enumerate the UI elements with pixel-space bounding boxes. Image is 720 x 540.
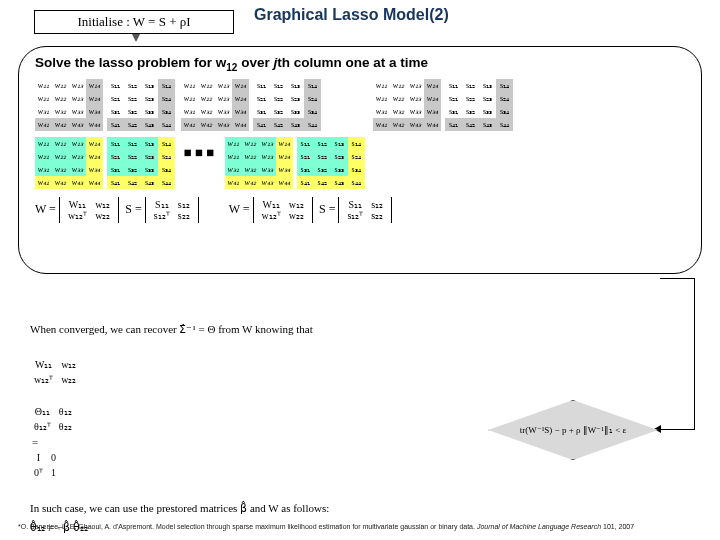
W-mat-1: w₁₁w₁₂w₁₃w₁₄ w₂₁w₂₂w₂₃w₂₄ w₃₁w₃₂w₃₃w₃₄ w…	[35, 79, 103, 131]
S-mat-4: s₁₁s₁₂s₁₃s₁₄ s₂₁s₂₂s₂₃s₂₄ s₃₁s₃₂s₃₃s₃₄ s…	[107, 137, 175, 189]
S-mat-2: s₁₁s₁₂s₁₃s₁₄ s₂₁s₂₂s₂₃s₂₄ s₃₁s₃₂s₃₃s₃₄ s…	[253, 79, 321, 131]
wspair-3: w₁₁w₁₂w₁₃w₁₄ w₂₁w₂₂w₂₃w₂₄ w₃₁w₃₂w₃₃w₃₄ w…	[373, 79, 513, 131]
init-box: Initialise : W = S + ρI	[34, 10, 234, 34]
citation-footer: *O. Banerjee, L. E. Ghaoui, A. d'Aspremo…	[18, 523, 634, 530]
connector-h-bottom	[658, 429, 694, 430]
connector-h-top	[660, 278, 694, 279]
init-formula: Initialise : W = S + ρI	[77, 14, 190, 30]
wspair-5: w₁₁w₁₂w₁₃w₁₄ w₂₁w₂₂w₂₃w₂₄ w₃₁w₃₂w₃₃w₃₄ w…	[225, 137, 365, 189]
W-mat-4: w₁₁w₁₂w₁₃w₁₄ w₂₁w₂₂w₂₃w₂₄ w₃₁w₃₂w₃₃w₃₄ w…	[35, 137, 103, 189]
convergence-block: When converged, we can recover Σ̂⁻¹ = Θ …	[30, 318, 430, 540]
wspair-1: w₁₁w₁₂w₁₃w₁₄ w₂₁w₂₂w₂₃w₂₄ w₃₁w₃₂w₃₃w₃₄ w…	[35, 79, 175, 131]
convergence-diamond: tr(W⁻¹S) − p + ρ ‖W⁻¹‖₁ < ε	[488, 400, 658, 460]
cite-pre: *O. Banerjee, L. E. Ghaoui, A. d'Aspremo…	[18, 523, 477, 530]
S-mat-5: s₁₁s₁₂s₁₃s₁₄ s₂₁s₂₂s₂₃s₂₄ s₃₁s₃₂s₃₃s₃₄ s…	[297, 137, 365, 189]
S-mat-3: s₁₁s₁₂s₁₃s₁₄ s₂₁s₂₂s₂₃s₂₄ s₃₁s₃₂s₃₃s₃₄ s…	[445, 79, 513, 131]
solve-panel: Solve the lasso problem for w12 over jth…	[18, 46, 702, 274]
W-mat-5: w₁₁w₁₂w₁₃w₁₄ w₂₁w₂₂w₂₃w₂₄ w₃₁w₃₂w₃₃w₃₄ w…	[225, 137, 293, 189]
conv-bmatrices: W₁₁w₁₂w₁₂ᵀw₂₂ Θ₁₁θ₁₂θ₁₂ᵀθ₂₂ = I00ᵀ1	[30, 341, 430, 497]
t1: Solve the lasso problem for w	[35, 55, 226, 70]
diamond-formula: tr(W⁻¹S) − p + ρ ‖W⁻¹‖₁ < ε	[510, 425, 637, 435]
t2: 12	[226, 62, 237, 73]
eq-W2: W = W₁₁w₁₂w₁₂ᵀw₂₂ S = S₁₁s₁₂s₁₂ᵀs₂₂	[229, 197, 393, 223]
connector-v	[694, 278, 695, 430]
matrix-row-top: w₁₁w₁₂w₁₃w₁₄ w₂₁w₂₂w₂₃w₂₄ w₃₁w₃₂w₃₃w₃₄ w…	[35, 79, 685, 131]
t5: th column one at a time	[277, 55, 428, 70]
eq-W1: W = W₁₁w₁₂w₁₂ᵀw₂₂ S = S₁₁s₁₂s₁₂ᵀs₂₂	[35, 197, 199, 223]
matrix-row-bottom: w₁₁w₁₂w₁₃w₁₄ w₂₁w₂₂w₂₃w₂₄ w₃₁w₃₂w₃₃w₃₄ w…	[35, 137, 685, 189]
W-mat-2: w₁₁w₁₂w₁₃w₁₄ w₂₁w₂₂w₂₃w₂₄ w₃₁w₃₂w₃₃w₃₄ w…	[181, 79, 249, 131]
page-title: Graphical Lasso Model(2)	[254, 6, 449, 24]
wspair-2: w₁₁w₁₂w₁₃w₁₄ w₂₁w₂₂w₂₃w₂₄ w₃₁w₃₂w₃₃w₃₄ w…	[181, 79, 321, 131]
conv-line1: When converged, we can recover Σ̂⁻¹ = Θ …	[30, 321, 430, 338]
wspair-4: w₁₁w₁₂w₁₃w₁₄ w₂₁w₂₂w₂₃w₂₄ w₃₁w₃₂w₃₃w₃₄ w…	[35, 137, 175, 189]
S-mat-1: s₁₁s₁₂s₁₃s₁₄ s₂₁s₂₂s₂₃s₂₄ s₃₁s₃₂s₃₃s₃₄ s…	[107, 79, 175, 131]
panel-heading: Solve the lasso problem for w12 over jth…	[35, 55, 685, 73]
cite-journal: Journal of Machine Language Research	[477, 523, 601, 530]
block-matrix-eqs: W = W₁₁w₁₂w₁₂ᵀw₂₂ S = S₁₁s₁₂s₁₂ᵀs₂₂ W = …	[35, 197, 685, 223]
ellipsis-icon: ▪▪▪	[183, 137, 217, 168]
t3: over	[237, 55, 273, 70]
cite-post: 101, 2007	[601, 523, 634, 530]
arrow-down-icon	[132, 34, 140, 42]
W-mat-3: w₁₁w₁₂w₁₃w₁₄ w₂₁w₂₂w₂₃w₂₄ w₃₁w₃₂w₃₃w₃₄ w…	[373, 79, 441, 131]
conv-line2: In such case, we can use the prestored m…	[30, 500, 430, 517]
